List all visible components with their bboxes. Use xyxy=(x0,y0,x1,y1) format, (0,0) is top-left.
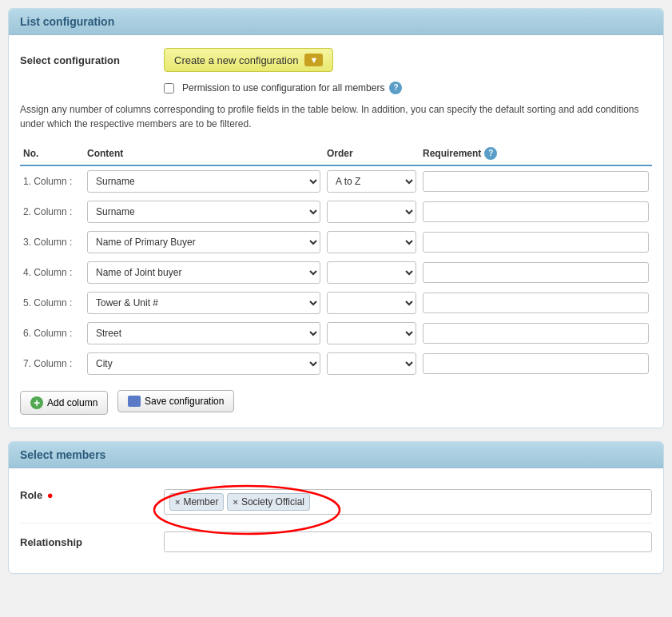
row-5-order: A to ZZ to AAscendingDescending xyxy=(324,288,420,318)
row-2-req-input[interactable] xyxy=(423,201,649,222)
row-4-order-select[interactable]: A to ZZ to AAscendingDescending xyxy=(327,261,416,284)
permission-checkbox[interactable] xyxy=(164,83,174,94)
row-4-content-select[interactable]: SurnameName of Primary BuyerName of Join… xyxy=(87,261,320,284)
col-req-label: Requirement xyxy=(423,148,481,159)
dropdown-arrow-icon: ▼ xyxy=(304,54,323,66)
role-row: Role ● ×Member×Society Official xyxy=(20,481,652,523)
row-2-requirement xyxy=(420,197,652,227)
row-7-req-input[interactable] xyxy=(423,353,649,374)
row-7-no: 7. Column : xyxy=(20,348,84,379)
row-3-req-input[interactable] xyxy=(423,232,649,253)
role-required-marker: ● xyxy=(47,489,54,501)
row-3-order-select[interactable]: A to ZZ to AAscendingDescending xyxy=(327,231,416,253)
table-row: 6. Column :SurnameName of Primary BuyerN… xyxy=(20,318,652,348)
row-4-no: 4. Column : xyxy=(20,257,84,288)
row-6-no: 6. Column : xyxy=(20,318,84,348)
row-5-requirement xyxy=(420,288,652,318)
row-2-content: SurnameName of Primary BuyerName of Join… xyxy=(84,197,324,227)
requirement-info-icon[interactable]: ? xyxy=(484,147,497,160)
row-4-order: A to ZZ to AAscendingDescending xyxy=(324,257,420,288)
col-no-header: No. xyxy=(20,142,84,165)
row-1-content-select[interactable]: SurnameName of Primary BuyerName of Join… xyxy=(87,170,320,193)
relationship-label: Relationship xyxy=(20,536,164,548)
row-5-no: 5. Column : xyxy=(20,288,84,318)
col-order-header: Order xyxy=(324,142,420,165)
row-6-order-select[interactable]: A to ZZ to AAscendingDescending xyxy=(327,322,416,344)
row-5-content-select[interactable]: SurnameName of Primary BuyerName of Join… xyxy=(87,292,320,314)
select-members-header: Select members xyxy=(9,442,663,468)
row-1-content: SurnameName of Primary BuyerName of Join… xyxy=(84,165,324,197)
row-2-order: A to ZZ to AAscendingDescending xyxy=(324,197,420,227)
row-3-no: 3. Column : xyxy=(20,227,84,257)
tag-remove-icon[interactable]: × xyxy=(233,497,237,507)
select-members-body: Role ● ×Member×Society Official Relation… xyxy=(9,468,663,573)
add-column-button[interactable]: + Add column xyxy=(20,391,108,415)
description-text: Assign any number of columns correspondi… xyxy=(20,102,652,131)
row-7-content: SurnameName of Primary BuyerName of Join… xyxy=(84,348,324,379)
row-4-requirement xyxy=(420,257,652,288)
row-6-order: A to ZZ to AAscendingDescending xyxy=(324,318,420,348)
row-5-order-select[interactable]: A to ZZ to AAscendingDescending xyxy=(327,292,416,314)
tag-label: Member xyxy=(183,496,218,508)
tag-label: Society Official xyxy=(241,496,304,508)
row-1-req-input[interactable] xyxy=(423,171,649,192)
row-4-req-input[interactable] xyxy=(423,262,649,283)
row-2-content-select[interactable]: SurnameName of Primary BuyerName of Join… xyxy=(87,201,320,223)
row-5-content: SurnameName of Primary BuyerName of Join… xyxy=(84,288,324,318)
row-7-content-select[interactable]: SurnameName of Primary BuyerName of Join… xyxy=(87,352,320,375)
row-3-order: A to ZZ to AAscendingDescending xyxy=(324,227,420,257)
create-new-config-button[interactable]: Create a new configuration ▼ xyxy=(164,48,333,72)
row-2-order-select[interactable]: A to ZZ to AAscendingDescending xyxy=(327,201,416,223)
add-column-icon: + xyxy=(30,396,43,409)
save-config-icon xyxy=(128,396,141,407)
create-new-config-label: Create a new configuration xyxy=(174,54,298,66)
row-7-order-select[interactable]: A to ZZ to AAscendingDescending xyxy=(327,352,416,375)
list-config-body: Select configuration Create a new config… xyxy=(9,35,663,428)
row-6-content: SurnameName of Primary BuyerName of Join… xyxy=(84,318,324,348)
columns-table: No. Content Order Requirement ? 1. Colum… xyxy=(20,142,652,379)
save-config-button[interactable]: Save configuration xyxy=(117,390,234,412)
add-column-label: Add column xyxy=(47,397,97,408)
role-label: Role ● xyxy=(20,489,164,501)
role-tag: ×Member xyxy=(169,493,224,511)
row-1-requirement xyxy=(420,165,652,197)
list-config-title: List configuration xyxy=(20,15,114,28)
row-7-requirement xyxy=(420,348,652,379)
role-tag: ×Society Official xyxy=(227,493,310,511)
row-1-order: A to ZZ to AAscendingDescending xyxy=(324,165,420,197)
tag-remove-icon[interactable]: × xyxy=(175,497,180,507)
select-config-row: Select configuration Create a new config… xyxy=(20,48,652,72)
select-members-panel: Select members Role ● ×Member×Society Of… xyxy=(8,441,664,574)
row-6-content-select[interactable]: SurnameName of Primary BuyerName of Join… xyxy=(87,322,320,344)
role-tags-container[interactable]: ×Member×Society Official xyxy=(164,489,652,515)
select-config-label: Select configuration xyxy=(20,54,164,66)
col-content-header: Content xyxy=(84,142,324,165)
list-config-header: List configuration xyxy=(9,9,663,35)
role-wrapper: ×Member×Society Official xyxy=(164,489,652,515)
row-6-requirement xyxy=(420,318,652,348)
select-members-title: Select members xyxy=(20,448,105,461)
row-2-no: 2. Column : xyxy=(20,197,84,227)
row-5-req-input[interactable] xyxy=(423,293,649,313)
col-req-header: Requirement ? xyxy=(420,142,652,165)
relationship-row: Relationship xyxy=(20,523,652,560)
save-config-label: Save configuration xyxy=(145,396,224,407)
row-7-order: A to ZZ to AAscendingDescending xyxy=(324,348,420,379)
table-row: 5. Column :SurnameName of Primary BuyerN… xyxy=(20,288,652,318)
table-row: 4. Column :SurnameName of Primary BuyerN… xyxy=(20,257,652,288)
row-6-req-input[interactable] xyxy=(423,323,649,344)
row-3-content: SurnameName of Primary BuyerName of Join… xyxy=(84,227,324,257)
row-3-requirement xyxy=(420,227,652,257)
permission-label: Permission to use configuration for all … xyxy=(182,82,384,94)
table-action-buttons: + Add column Save configuration xyxy=(20,390,652,415)
row-3-content-select[interactable]: SurnameName of Primary BuyerName of Join… xyxy=(87,231,320,253)
table-row: 1. Column :SurnameName of Primary BuyerN… xyxy=(20,165,652,197)
row-1-order-select[interactable]: A to ZZ to AAscendingDescending xyxy=(327,170,416,193)
permission-info-icon[interactable]: ? xyxy=(389,82,402,94)
row-1-no: 1. Column : xyxy=(20,165,84,197)
relationship-input[interactable] xyxy=(164,531,652,552)
table-row: 3. Column :SurnameName of Primary BuyerN… xyxy=(20,227,652,257)
row-4-content: SurnameName of Primary BuyerName of Join… xyxy=(84,257,324,288)
list-config-panel: List configuration Select configuration … xyxy=(8,8,664,428)
table-row: 2. Column :SurnameName of Primary BuyerN… xyxy=(20,197,652,227)
